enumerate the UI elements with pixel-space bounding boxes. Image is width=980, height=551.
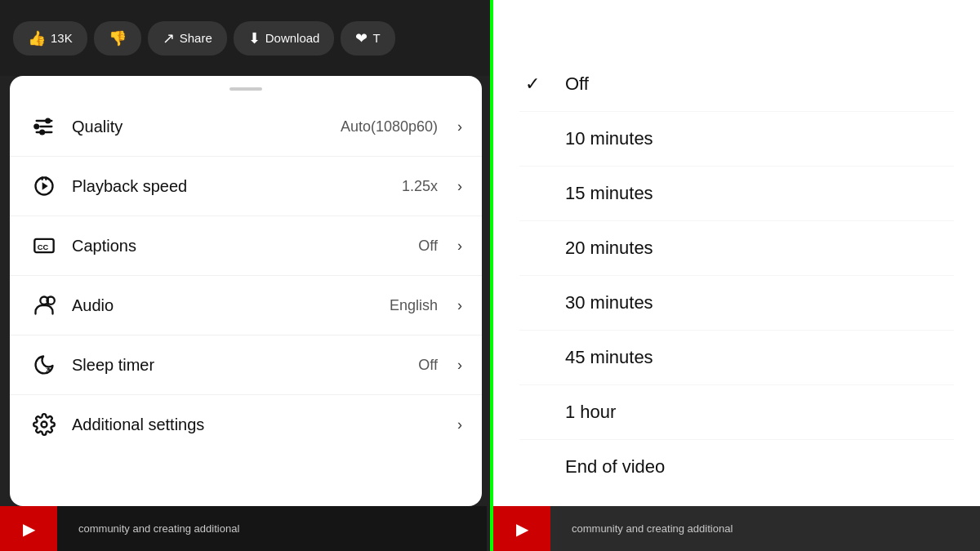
bottom-text-left-content: community and creating additional [78, 522, 239, 535]
download-icon: ⬇ [248, 29, 261, 47]
additional-settings-chevron: › [457, 416, 462, 433]
sleep-option-45min-label: 45 minutes [565, 347, 653, 368]
download-button[interactable]: ⬇ Download [234, 21, 335, 56]
playback-speed-chevron: › [457, 178, 462, 195]
sleep-option-1hr[interactable]: ✓ 1 hour [519, 385, 954, 440]
sleep-option-end-of-video[interactable]: ✓ End of video [519, 440, 954, 494]
audio-label: Audio [72, 296, 376, 315]
play-icon-right: ▶ [516, 519, 528, 539]
settings-item-additional[interactable]: Additional settings › [10, 395, 482, 454]
download-label: Download [265, 31, 320, 45]
settings-item-sleep-timer[interactable]: z Sleep timer Off › [10, 335, 482, 395]
audio-icon [29, 291, 59, 320]
additional-settings-label: Additional settings [72, 415, 425, 434]
like-icon: 👍 [28, 29, 46, 47]
handle-bar [229, 87, 262, 91]
playback-speed-label: Playback speed [72, 177, 389, 196]
captions-label: Captions [72, 237, 405, 256]
svg-marker-7 [42, 182, 48, 189]
sleep-option-off[interactable]: ✓ Off [519, 57, 954, 112]
play-icon-left: ▶ [23, 519, 35, 539]
quality-chevron: › [457, 118, 462, 136]
settings-item-audio[interactable]: Audio English › [10, 276, 482, 335]
settings-item-playback-speed[interactable]: Playback speed 1.25x › [10, 157, 482, 216]
thanks-label: T [372, 31, 380, 45]
svg-point-17 [42, 422, 47, 428]
sheet-handle [10, 76, 482, 97]
sleep-timer-value: Off [418, 357, 438, 374]
sleep-timer-panel: ✓ Off ✓ 10 minutes ✓ 15 minutes ✓ 20 min… [493, 0, 980, 551]
sleep-timer-label: Sleep timer [72, 356, 405, 375]
green-divider [490, 0, 493, 551]
settings-item-captions[interactable]: CC Captions Off › [10, 216, 482, 276]
quality-icon [29, 112, 59, 141]
sleep-option-15min[interactable]: ✓ 15 minutes [519, 167, 954, 221]
dislike-button[interactable]: 👎 [94, 21, 141, 56]
share-button[interactable]: ↗ Share [148, 21, 227, 56]
svg-point-4 [46, 119, 50, 123]
settings-item-quality[interactable]: Quality Auto(1080p60) › [10, 97, 482, 157]
quality-label: Quality [72, 118, 327, 136]
checkmark-off: ✓ [519, 73, 546, 95]
share-icon: ↗ [163, 29, 175, 47]
svg-point-5 [40, 131, 44, 135]
sleep-option-10min-label: 10 minutes [565, 128, 653, 149]
playback-speed-value: 1.25x [402, 178, 438, 195]
additional-settings-icon [29, 410, 59, 439]
sleep-timer-icon: z [29, 350, 59, 380]
svg-point-3 [34, 125, 38, 129]
sleep-option-20min[interactable]: ✓ 20 minutes [519, 221, 954, 276]
audio-chevron: › [457, 297, 462, 314]
sleep-timer-chevron: › [457, 357, 462, 374]
thumbnail-left: ▶ [0, 506, 57, 551]
sleep-option-30min-label: 30 minutes [565, 292, 653, 313]
bottom-text-right: ▶ community and creating additional [493, 506, 980, 551]
like-count: 13K [51, 31, 73, 45]
sleep-option-1hr-label: 1 hour [565, 402, 616, 423]
dislike-icon: 👎 [109, 29, 127, 47]
like-button[interactable]: 👍 13K [13, 21, 87, 56]
sleep-option-20min-label: 20 minutes [565, 238, 653, 259]
sleep-option-15min-label: 15 minutes [565, 183, 653, 204]
bottom-text-right-content: community and creating additional [572, 522, 733, 535]
sleep-option-10min[interactable]: ✓ 10 minutes [519, 112, 954, 167]
captions-icon: CC [29, 231, 59, 260]
thumbnail-right: ▶ [493, 506, 550, 551]
svg-text:z: z [46, 367, 49, 374]
sleep-option-end-of-video-label: End of video [565, 456, 665, 478]
thanks-button[interactable]: ❤ T [341, 21, 394, 56]
quality-value: Auto(1080p60) [341, 118, 438, 136]
top-bar-left: 👍 13K 👎 ↗ Share ⬇ Download ❤ T [0, 0, 490, 76]
sleep-option-off-label: Off [565, 73, 589, 95]
audio-value: English [390, 297, 438, 314]
share-label: Share [180, 31, 212, 45]
captions-chevron: › [457, 238, 462, 255]
settings-sheet: Quality Auto(1080p60) › Playback speed 1… [10, 76, 482, 506]
bottom-text-left: ▶ community and creating additional [0, 506, 487, 551]
playback-speed-icon [29, 171, 59, 201]
thanks-icon: ❤ [355, 29, 368, 47]
captions-value: Off [418, 238, 438, 255]
sleep-option-45min[interactable]: ✓ 45 minutes [519, 331, 954, 385]
sleep-option-30min[interactable]: ✓ 30 minutes [519, 276, 954, 331]
svg-text:CC: CC [38, 243, 49, 251]
